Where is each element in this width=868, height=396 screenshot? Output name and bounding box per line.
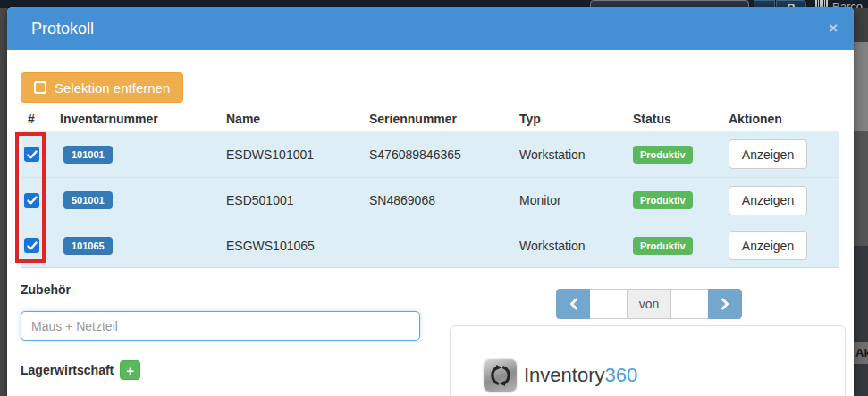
asset-type: Workstation xyxy=(519,239,633,253)
col-header-check: # xyxy=(21,112,60,126)
lagerwirtschaft-label: Lagerwirtschaft xyxy=(21,363,114,377)
table-header-row: # Inventarnummer Name Seriennummer Typ S… xyxy=(21,106,839,131)
logo-suffix: 360 xyxy=(605,364,638,386)
inventory-number-badge: 101065 xyxy=(63,237,113,255)
zubehoer-input[interactable] xyxy=(21,311,420,341)
remove-selection-label: Selektion entfernen xyxy=(55,80,170,96)
modal-title: Protokoll xyxy=(31,20,94,38)
asset-name: ESDWS101001 xyxy=(226,147,369,162)
serial-number: SN4869068 xyxy=(369,193,519,207)
pagination: von xyxy=(556,289,742,319)
check-icon xyxy=(27,150,38,159)
asset-type: Monitor xyxy=(519,193,633,207)
add-button[interactable]: + xyxy=(120,360,140,380)
col-header-typ: Typ xyxy=(519,112,633,126)
checkbox-outline-icon xyxy=(34,81,46,94)
check-icon xyxy=(27,196,38,205)
col-header-status: Status xyxy=(633,112,729,126)
row-checkbox[interactable] xyxy=(24,147,39,162)
info-panel: Inventory360 xyxy=(450,325,846,396)
asset-type: Workstation xyxy=(519,147,633,162)
table-row: 101065 ESGWS101065 Workstation Produktiv… xyxy=(21,223,839,268)
col-header-name: Name xyxy=(226,112,369,126)
current-page-input[interactable] xyxy=(590,289,628,319)
screen: Barco Ak Protokoll × Selektion entfernen… xyxy=(0,0,868,396)
inventory-number-badge: 501001 xyxy=(63,191,113,209)
modal-header: Protokoll × xyxy=(7,7,854,50)
row-checkbox[interactable] xyxy=(24,238,39,253)
col-header-aktionen: Aktionen xyxy=(729,112,839,126)
status-badge: Produktiv xyxy=(633,237,693,255)
background-block xyxy=(854,42,868,131)
col-header-seriennummer: Seriennummer xyxy=(369,112,519,126)
serial-number: S476089846365 xyxy=(369,147,519,162)
chevron-right-icon xyxy=(721,298,730,310)
show-button[interactable]: Anzeigen xyxy=(729,186,807,215)
logo-text: Inventory360 xyxy=(524,364,637,387)
background-right-strip: Ak xyxy=(854,8,868,396)
total-pages-input[interactable] xyxy=(670,289,708,319)
status-badge: Produktiv xyxy=(633,191,693,209)
table-row: 101001 ESDWS101001 S476089846365 Worksta… xyxy=(21,131,839,177)
protocol-table: # Inventarnummer Name Seriennummer Typ S… xyxy=(21,106,839,268)
show-button[interactable]: Anzeigen xyxy=(729,139,807,169)
previous-page-button[interactable] xyxy=(556,289,590,319)
inventory360-logo: Inventory360 xyxy=(484,358,637,392)
show-button[interactable]: Anzeigen xyxy=(729,231,807,260)
status-badge: Produktiv xyxy=(633,146,693,164)
next-page-button[interactable] xyxy=(708,289,742,319)
asset-name: ESD501001 xyxy=(226,193,369,207)
background-block xyxy=(854,131,868,246)
asset-name: ESGWS101065 xyxy=(226,239,369,253)
row-checkbox[interactable] xyxy=(24,193,39,208)
check-icon xyxy=(27,241,38,250)
table-row: 501001 ESD501001 SN4869068 Monitor Produ… xyxy=(21,177,839,223)
background-text-fragment: Ak xyxy=(854,342,868,364)
pagination-separator: von xyxy=(628,289,670,319)
background-block xyxy=(854,246,868,396)
remove-selection-button[interactable]: Selektion entfernen xyxy=(21,72,183,103)
close-icon[interactable]: × xyxy=(829,20,838,38)
inventory-number-badge: 101001 xyxy=(63,146,113,164)
chevron-left-icon xyxy=(569,298,578,310)
inventory360-logo-icon xyxy=(484,358,517,392)
col-header-inventarnummer: Inventarnummer xyxy=(60,112,226,126)
